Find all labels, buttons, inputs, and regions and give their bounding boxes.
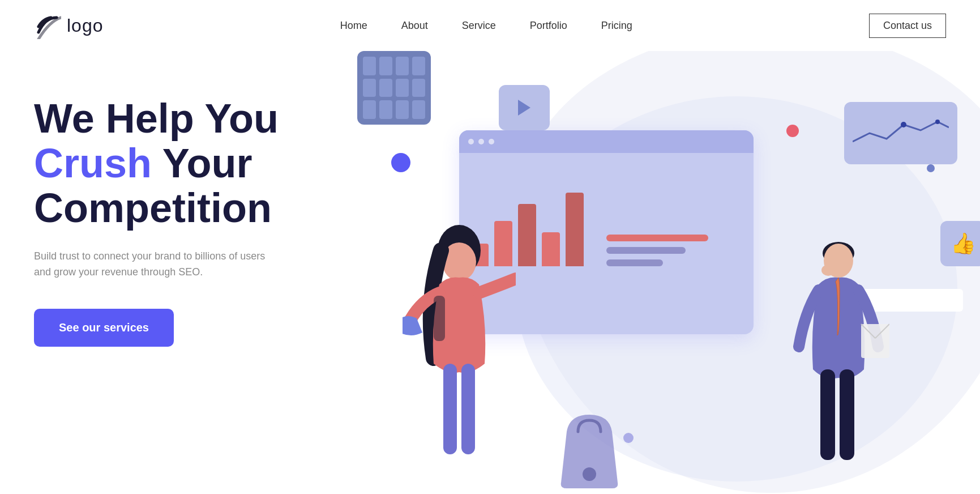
figure-man bbox=[788, 222, 889, 483]
monitor-dot-3 bbox=[489, 139, 494, 144]
svg-rect-5 bbox=[443, 364, 457, 454]
key-11 bbox=[396, 100, 409, 119]
key-3 bbox=[396, 57, 409, 75]
hero-subtitle: Build trust to connect your brand to bil… bbox=[34, 248, 272, 281]
thumbs-up-icon: 👍 bbox=[951, 232, 976, 255]
key-4 bbox=[412, 57, 425, 75]
site-header: logo Home About Service Portfolio Pricin… bbox=[0, 0, 980, 51]
bar-4 bbox=[542, 232, 560, 266]
keypad-card bbox=[357, 51, 431, 125]
svg-rect-14 bbox=[861, 324, 889, 358]
svg-rect-6 bbox=[461, 364, 475, 454]
nav-about[interactable]: About bbox=[401, 20, 428, 32]
monitor-dot-2 bbox=[478, 139, 484, 144]
accent-dot-purple-small bbox=[927, 164, 935, 172]
accent-dot-purple-large bbox=[391, 153, 410, 172]
contact-button[interactable]: Contact us bbox=[869, 14, 946, 38]
shopping-bag bbox=[555, 409, 623, 488]
svg-point-8 bbox=[583, 467, 596, 481]
bar-3 bbox=[518, 204, 536, 266]
key-9 bbox=[363, 100, 376, 119]
key-5 bbox=[363, 79, 376, 97]
svg-rect-7 bbox=[434, 296, 445, 341]
svg-rect-13 bbox=[840, 369, 854, 460]
key-8 bbox=[412, 79, 425, 97]
svg-point-11 bbox=[821, 265, 835, 276]
accent-dot-pink bbox=[786, 125, 799, 137]
svg-rect-12 bbox=[820, 369, 835, 460]
monitor-dot-1 bbox=[468, 139, 474, 144]
line-2 bbox=[606, 247, 686, 254]
key-10 bbox=[379, 100, 392, 119]
hero-title: We Help You Crush Your Competition bbox=[34, 96, 340, 231]
logo-icon bbox=[34, 12, 61, 39]
logo-area: logo bbox=[34, 12, 104, 39]
hero-illustration: 👍 bbox=[357, 51, 980, 494]
svg-point-1 bbox=[935, 120, 940, 124]
logo-text: logo bbox=[67, 15, 104, 36]
nav-home[interactable]: Home bbox=[340, 20, 367, 32]
bar-5 bbox=[566, 193, 584, 266]
nav-portfolio[interactable]: Portfolio bbox=[530, 20, 567, 32]
key-2 bbox=[379, 57, 392, 75]
wave-chart-card bbox=[844, 102, 957, 164]
key-7 bbox=[396, 79, 409, 97]
key-12 bbox=[412, 100, 425, 119]
play-icon bbox=[518, 100, 530, 116]
key-6 bbox=[379, 79, 392, 97]
wave-chart-svg bbox=[853, 119, 949, 147]
key-1 bbox=[363, 57, 376, 75]
hero-content-left: We Help You Crush Your Competition Build… bbox=[34, 96, 340, 347]
svg-point-0 bbox=[901, 122, 906, 127]
figure-woman bbox=[403, 211, 516, 483]
main-nav: Home About Service Portfolio Pricing bbox=[340, 20, 632, 32]
monitor-titlebar bbox=[459, 130, 754, 153]
nav-pricing[interactable]: Pricing bbox=[601, 20, 632, 32]
lines-area bbox=[606, 235, 708, 266]
play-card bbox=[499, 85, 550, 130]
nav-service[interactable]: Service bbox=[462, 20, 496, 32]
accent-dot-small2 bbox=[623, 433, 634, 443]
line-3 bbox=[606, 259, 663, 266]
see-services-button[interactable]: See our services bbox=[34, 309, 174, 347]
line-1 bbox=[606, 235, 708, 241]
hero-section: We Help You Crush Your Competition Build… bbox=[0, 51, 980, 494]
thumbs-up-card: 👍 bbox=[940, 221, 980, 266]
